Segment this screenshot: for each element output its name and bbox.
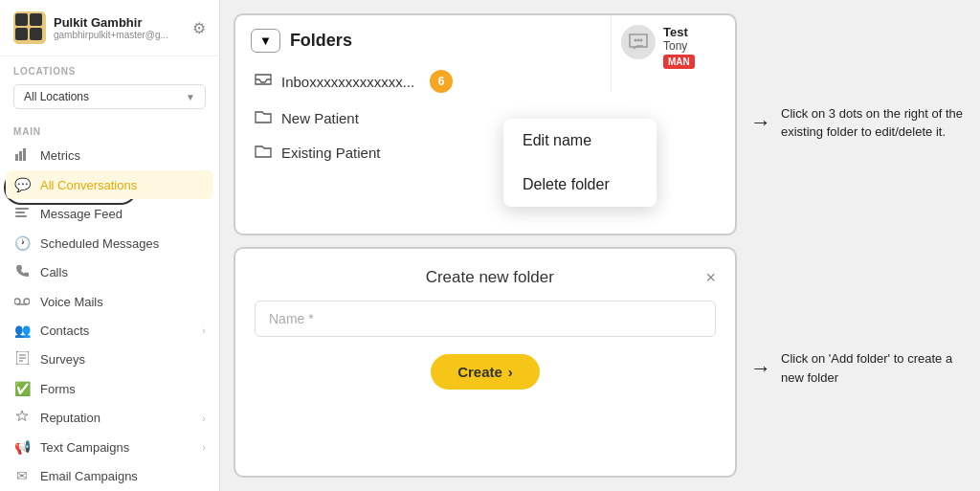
sidebar-item-scheduled-label: Scheduled Messages xyxy=(40,236,159,251)
main-label: MAIN xyxy=(0,117,219,141)
metrics-icon xyxy=(13,147,31,164)
sidebar-item-reputation-label: Reputation xyxy=(40,411,100,425)
create-button-label: Create xyxy=(457,364,502,380)
svg-point-12 xyxy=(24,299,30,304)
sidebar-item-calls[interactable]: Calls xyxy=(0,257,219,287)
create-folder-title: Create new folder xyxy=(274,268,705,287)
annotation-add-text: Click on 'Add folder' to create a new fo… xyxy=(781,349,970,387)
sidebar-item-surveys-label: Surveys xyxy=(40,352,85,367)
main-content: ▼ Folders ⚙ Inboxxxxxxxxxxxxx... 6 New P… xyxy=(220,0,750,491)
email-campaigns-icon: ✉ xyxy=(13,468,31,483)
create-folder-header: Create new folder × xyxy=(255,268,716,287)
svg-point-19 xyxy=(637,39,640,42)
chat-preview: Test Tony MAN xyxy=(611,15,735,92)
conversations-icon: 💬 xyxy=(13,177,31,192)
chevron-right-reputation-icon: › xyxy=(202,413,206,424)
folder-icon-new-patient xyxy=(255,108,272,127)
folder-icon-existing xyxy=(255,143,272,162)
folder-badge-inbox: 6 xyxy=(430,70,453,93)
user-name: Pulkit Gambhir xyxy=(54,15,168,30)
location-dropdown-label: All Locations xyxy=(24,90,89,103)
sidebar-item-all-conversations-label: All Conversations xyxy=(40,178,137,192)
folders-panel: ▼ Folders ⚙ Inboxxxxxxxxxxxxx... 6 New P… xyxy=(234,13,737,235)
sidebar-item-text-campaigns-label: Text Campaigns xyxy=(40,440,129,455)
svg-rect-2 xyxy=(30,13,42,26)
settings-icon[interactable]: ⚙ xyxy=(192,19,206,37)
create-button[interactable]: Create › xyxy=(431,354,540,390)
chevron-down-icon: ▼ xyxy=(186,92,195,102)
svg-rect-9 xyxy=(15,212,25,213)
sidebar-user: Pulkit Gambhir gambhirpulkit+master@g... xyxy=(13,11,168,44)
sidebar-item-all-conversations[interactable]: 💬 All Conversations xyxy=(6,170,213,199)
sidebar-item-message-feed-label: Message Feed xyxy=(40,207,122,221)
text-campaigns-icon: 📢 xyxy=(13,439,31,455)
svg-rect-3 xyxy=(15,28,28,40)
location-dropdown[interactable]: All Locations ▼ xyxy=(13,84,206,109)
chat-man-badge: MAN xyxy=(663,55,695,69)
close-icon[interactable]: × xyxy=(705,269,716,286)
folder-name-inbox: Inboxxxxxxxxxxxxx... xyxy=(281,74,414,90)
svg-rect-1 xyxy=(15,13,28,26)
sidebar-item-email-campaigns[interactable]: ✉ Email Campaigns xyxy=(0,461,219,490)
svg-rect-7 xyxy=(23,148,26,161)
annotation-dots-block: → Click on 3 dots on the right of the ex… xyxy=(750,104,970,142)
clock-icon: 🕐 xyxy=(13,235,31,251)
chat-user-info: Test Tony MAN xyxy=(663,25,695,69)
folder-icon-inbox xyxy=(255,73,272,90)
sidebar-header: Pulkit Gambhir gambhirpulkit+master@g...… xyxy=(0,0,219,56)
dropdown-arrow-icon: ▼ xyxy=(259,33,272,48)
annotation-arrow-right-icon: → xyxy=(750,110,771,135)
svg-point-11 xyxy=(14,299,20,304)
message-feed-icon xyxy=(13,206,31,222)
sidebar-item-voice-mails[interactable]: Voice Mails xyxy=(0,287,219,316)
svg-rect-8 xyxy=(15,208,29,210)
annotation-arrow2-right-icon: → xyxy=(750,356,771,381)
folder-name-input[interactable] xyxy=(255,301,716,337)
svg-rect-4 xyxy=(30,28,42,40)
voicemail-icon xyxy=(13,294,31,309)
create-button-arrow: › xyxy=(508,364,513,380)
annotation-dots-text: Click on 3 dots on the right of the exis… xyxy=(781,104,970,142)
sidebar-item-scheduled-messages[interactable]: 🕐 Scheduled Messages xyxy=(0,229,219,257)
sidebar-item-surveys[interactable]: Surveys xyxy=(0,345,219,374)
phone-icon xyxy=(13,264,31,280)
folders-dropdown-button[interactable]: ▼ xyxy=(251,29,280,53)
sidebar-item-metrics-label: Metrics xyxy=(40,148,80,163)
chat-avatar xyxy=(621,25,656,59)
svg-point-20 xyxy=(640,39,643,42)
svg-rect-5 xyxy=(15,154,18,161)
sidebar-item-reputation[interactable]: Reputation › xyxy=(0,403,219,433)
sidebar-item-contacts[interactable]: 👥 Contacts › xyxy=(0,316,219,345)
locations-label: LOCATIONS xyxy=(0,56,219,80)
sidebar-item-forms[interactable]: ✅ Forms xyxy=(0,374,219,403)
sidebar-item-message-feed[interactable]: Message Feed xyxy=(0,199,219,229)
svg-rect-10 xyxy=(15,215,27,217)
sidebar-item-email-campaigns-label: Email Campaigns xyxy=(40,469,138,483)
context-menu-edit[interactable]: Edit name xyxy=(503,119,657,163)
create-folder-panel: Create new folder × Create › xyxy=(234,247,737,479)
reputation-icon xyxy=(13,410,31,426)
contacts-icon: 👥 xyxy=(13,323,31,338)
user-email: gambhirpulkit+master@g... xyxy=(54,30,168,40)
sidebar-item-metrics[interactable]: Metrics xyxy=(0,141,219,170)
context-menu-delete[interactable]: Delete folder xyxy=(503,163,657,207)
chevron-right-text-icon: › xyxy=(202,441,206,453)
sidebar-item-forms-label: Forms xyxy=(40,382,76,396)
avatar xyxy=(13,11,46,44)
folder-name-existing: Existing Patient xyxy=(281,145,380,161)
chat-tony-label: Tony xyxy=(663,39,695,53)
sidebar: Pulkit Gambhir gambhirpulkit+master@g...… xyxy=(0,0,220,491)
chevron-right-icon: › xyxy=(202,324,206,336)
context-menu: Edit name Delete folder xyxy=(503,119,657,207)
forms-icon: ✅ xyxy=(13,381,31,396)
surveys-icon xyxy=(13,351,31,368)
folder-name-new-patient: New Patient xyxy=(281,110,359,126)
chat-test-label: Test xyxy=(663,25,695,39)
all-conversations-wrapper: 💬 All Conversations xyxy=(0,170,219,199)
sidebar-item-text-campaigns[interactable]: 📢 Text Campaigns › xyxy=(0,433,219,461)
sidebar-item-voicemails-label: Voice Mails xyxy=(40,295,103,309)
sidebar-item-calls-label: Calls xyxy=(40,265,68,279)
svg-point-18 xyxy=(635,39,637,42)
user-info: Pulkit Gambhir gambhirpulkit+master@g... xyxy=(54,15,168,40)
sidebar-item-contacts-label: Contacts xyxy=(40,324,89,338)
